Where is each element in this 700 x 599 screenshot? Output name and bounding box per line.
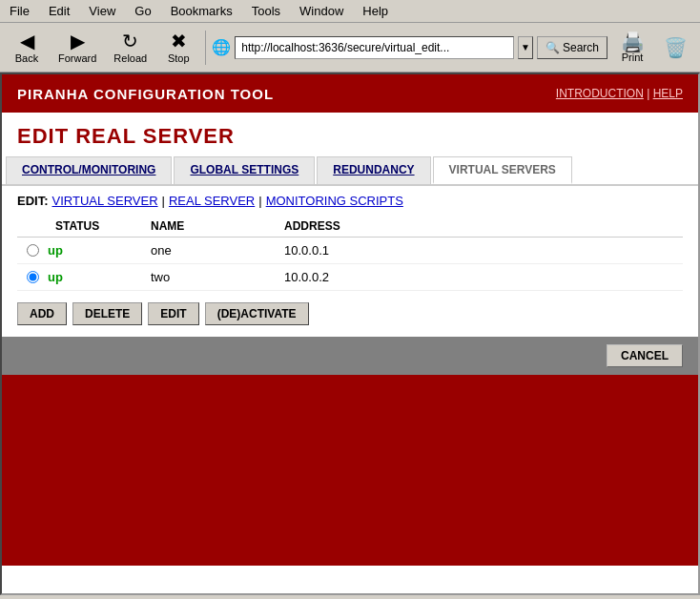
app-header: PIRANHA CONFIGURATION TOOL INTRODUCTION …: [2, 74, 698, 113]
row-address-2: 10.0.0.2: [284, 270, 683, 284]
search-button[interactable]: 🔍 Search: [537, 36, 607, 59]
trash-icon: 🗑️: [664, 38, 688, 57]
breadcrumb-sep-1: |: [162, 194, 165, 208]
add-button[interactable]: ADD: [17, 302, 67, 325]
globe-icon: 🌐: [212, 38, 231, 56]
row-radio-1[interactable]: [17, 244, 48, 257]
breadcrumb-virtual-server[interactable]: VIRTUAL SERVER: [52, 194, 158, 208]
address-dropdown-button[interactable]: ▼: [518, 36, 533, 59]
edit-button[interactable]: EDIT: [148, 302, 198, 325]
browser-content: PIRANHA CONFIGURATION TOOL INTRODUCTION …: [0, 72, 700, 595]
search-icon: 🔍: [546, 41, 560, 54]
table-header-row: STATUS NAME ADDRESS: [17, 216, 683, 238]
back-button[interactable]: ◀ Back: [6, 27, 48, 69]
tab-virtual-servers[interactable]: VIRTUAL SERVERS: [433, 156, 572, 184]
intro-link[interactable]: INTRODUCTION: [556, 87, 644, 100]
table-row: up one 10.0.0.1: [17, 238, 683, 264]
menu-go[interactable]: Go: [129, 2, 156, 20]
breadcrumb: EDIT: VIRTUAL SERVER | REAL SERVER | MON…: [2, 186, 698, 216]
radio-input-1[interactable]: [27, 244, 39, 257]
tab-redundancy[interactable]: REDUNDANCY: [317, 156, 430, 184]
toolbar: ◀ Back ▶ Forward ↻ Reload ✖ Stop 🌐 ▼ 🔍 S…: [0, 23, 700, 72]
stop-label: Stop: [168, 52, 190, 64]
table-row: up two 10.0.0.2: [17, 264, 683, 291]
menu-bar: File Edit View Go Bookmarks Tools Window…: [0, 0, 700, 23]
row-name-2: two: [151, 270, 284, 284]
tab-global-settings[interactable]: GLOBAL SETTINGS: [174, 156, 315, 184]
col-header-name: NAME: [151, 219, 284, 233]
header-links: INTRODUCTION | HELP: [556, 87, 683, 100]
app-title: CONFIGURATION TOOL: [89, 86, 274, 102]
tabs-row: CONTROL/MONITORING GLOBAL SETTINGS REDUN…: [2, 156, 698, 186]
print-button[interactable]: 🖨️ Print: [611, 27, 653, 69]
breadcrumb-sep-2: |: [258, 194, 261, 208]
menu-tools[interactable]: Tools: [246, 2, 286, 20]
search-label: Search: [563, 41, 599, 54]
server-table: STATUS NAME ADDRESS up one 10.0.0.1 up t…: [2, 216, 698, 291]
print-label: Print: [622, 52, 644, 63]
breadcrumb-monitoring-scripts[interactable]: MONITORING SCRIPTS: [266, 194, 403, 208]
breadcrumb-real-server[interactable]: REAL SERVER: [169, 194, 255, 208]
reload-icon: ↻: [122, 31, 138, 51]
menu-help[interactable]: Help: [357, 2, 394, 20]
col-header-status: STATUS: [17, 219, 151, 233]
stop-button[interactable]: ✖ Stop: [157, 27, 199, 69]
radio-input-2[interactable]: [27, 271, 39, 283]
page-title-bar: EDIT REAL SERVER: [2, 113, 698, 156]
menu-view[interactable]: View: [83, 2, 121, 20]
print-icon: 🖨️: [621, 32, 645, 52]
tab-control-monitoring[interactable]: CONTROL/MONITORING: [6, 156, 172, 184]
page-rest: [2, 375, 698, 566]
forward-button[interactable]: ▶ Forward: [51, 27, 103, 69]
forward-label: Forward: [58, 52, 96, 64]
breadcrumb-label: EDIT:: [17, 194, 49, 208]
back-label: Back: [15, 52, 38, 64]
row-address-1: 10.0.0.1: [284, 243, 683, 258]
brand-name: PIRANHA: [17, 86, 89, 102]
reload-button[interactable]: ↻ Reload: [107, 27, 154, 69]
action-buttons: ADD DELETE EDIT (DE)ACTIVATE: [2, 291, 698, 337]
row-name-1: one: [151, 243, 284, 258]
address-bar-container: 🌐 ▼ 🔍 Search: [212, 36, 607, 59]
col-header-address: ADDRESS: [284, 219, 683, 233]
app-header-title: PIRANHA CONFIGURATION TOOL: [17, 86, 274, 102]
page-title: EDIT REAL SERVER: [17, 124, 683, 149]
menu-edit[interactable]: Edit: [43, 2, 75, 20]
back-icon: ◀: [20, 31, 34, 51]
row-status-2: up: [48, 270, 151, 284]
status-value-2: up: [48, 270, 63, 284]
bottom-bar: CANCEL: [2, 337, 698, 375]
trash-button[interactable]: 🗑️: [657, 27, 694, 69]
help-link[interactable]: HELP: [653, 87, 683, 100]
toolbar-separator: [205, 31, 206, 65]
row-status-1: up: [48, 243, 151, 258]
menu-bookmarks[interactable]: Bookmarks: [165, 2, 238, 20]
forward-icon: ▶: [71, 31, 85, 51]
stop-icon: ✖: [171, 31, 187, 51]
delete-button[interactable]: DELETE: [72, 302, 142, 325]
menu-window[interactable]: Window: [294, 2, 349, 20]
status-value-1: up: [48, 243, 63, 258]
cancel-button[interactable]: CANCEL: [607, 344, 683, 367]
menu-file[interactable]: File: [4, 2, 35, 20]
reload-label: Reload: [113, 52, 147, 64]
address-input[interactable]: [235, 36, 514, 59]
deactivate-button[interactable]: (DE)ACTIVATE: [205, 302, 309, 325]
row-radio-2[interactable]: [17, 271, 48, 283]
